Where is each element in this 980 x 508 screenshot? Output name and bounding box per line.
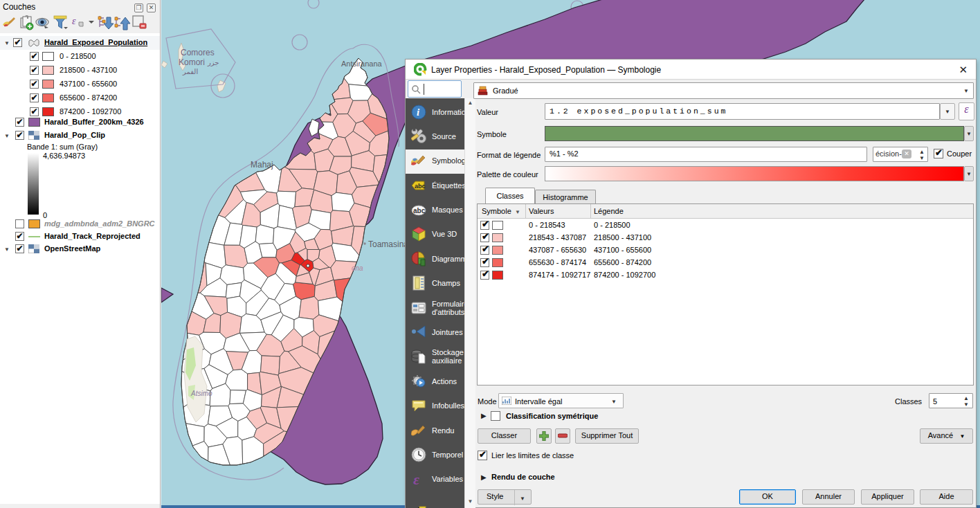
svg-text:الفمر: الفمر — [182, 68, 198, 75]
svg-text:abc: abc — [415, 183, 426, 190]
svg-text:Atsimo: Atsimo — [190, 390, 212, 397]
svg-text:Mahaj: Mahaj — [251, 160, 273, 170]
svg-text:Toamasina: Toamasina — [368, 239, 408, 249]
svg-text:ε: ε — [413, 471, 419, 487]
svg-text:Comores: Comores — [181, 48, 215, 57]
svg-text:جزر: جزر — [207, 59, 219, 66]
svg-text:abc: abc — [413, 207, 426, 215]
svg-text:Komori: Komori — [179, 57, 205, 67]
svg-text:Antsiranana: Antsiranana — [341, 60, 383, 68]
svg-text:ε: ε — [72, 16, 76, 26]
svg-text:ona: ona — [352, 264, 363, 272]
